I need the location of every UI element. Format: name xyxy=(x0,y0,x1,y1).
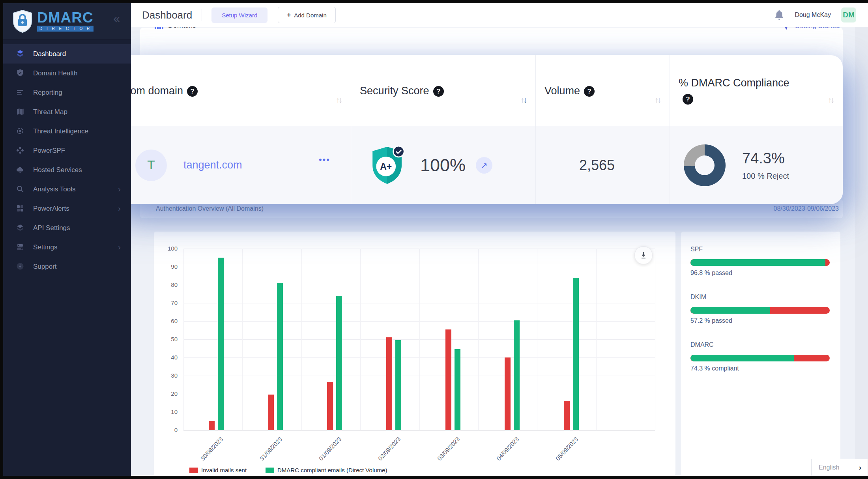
sidebar-item-analysis-tools[interactable]: Analysis Tools › xyxy=(3,180,131,199)
open-score-button[interactable]: ↗ xyxy=(476,157,492,174)
sort-icon[interactable]: ↑↓ xyxy=(336,95,341,105)
column-header-from-domain[interactable]: From domain? ↑↓ xyxy=(112,55,351,126)
gridline xyxy=(478,249,479,430)
grade-text: A+ xyxy=(380,161,392,172)
legend-item: Invalid mails sent xyxy=(189,467,247,473)
language-selector[interactable]: English › xyxy=(811,459,868,476)
top-bar: Dashboard Setup Wizard + Add Domain Doug… xyxy=(131,3,868,27)
sidebar-item-threat-map[interactable]: Threat Map xyxy=(3,102,131,122)
gridline xyxy=(537,249,537,430)
shield-check-icon xyxy=(16,69,25,78)
y-axis-tick: 20 xyxy=(154,390,178,397)
help-icon[interactable]: ? xyxy=(683,94,693,105)
sidebar: DMARC D I R E C T O R « Dashboard Domain… xyxy=(3,3,131,476)
column-header-volume[interactable]: Volume? ↑↓ xyxy=(536,55,670,126)
auth-overview-chart-card: 010203040506070809010030/08/202331/08/20… xyxy=(154,232,675,476)
volume-value: 2,565 xyxy=(579,157,615,174)
spf-metric: SPF 96.8 % passed xyxy=(690,246,830,277)
sidebar-item-reporting[interactable]: Reporting xyxy=(3,83,131,102)
brand-subtitle: D I R E C T O R xyxy=(37,26,94,32)
sidebar-item-domain-health[interactable]: Domain Health xyxy=(3,64,131,83)
date-range[interactable]: 08/30/2023-09/06/2023 xyxy=(774,205,839,212)
domain-avatar: T xyxy=(135,150,167,181)
bar-compliant xyxy=(455,349,460,430)
window-frame xyxy=(0,0,3,479)
column-header-dmarc-compliance[interactable]: % DMARC Compliance? ↑↓ xyxy=(670,55,843,126)
divider xyxy=(202,9,202,21)
sidebar-item-dashboard[interactable]: Dashboard xyxy=(3,44,131,64)
security-grade-shield-icon: A+ xyxy=(369,145,405,185)
column-header-security-score[interactable]: Security Score? ↑↓ xyxy=(351,55,536,126)
gridline xyxy=(596,249,597,430)
y-axis-tick: 10 xyxy=(154,408,178,415)
bar-compliant xyxy=(514,320,520,430)
gridline xyxy=(655,249,655,430)
target-icon xyxy=(16,127,25,136)
gridline xyxy=(242,249,243,430)
security-score-value: 100% xyxy=(420,155,466,176)
auth-summary-panel: SPF 96.8 % passed DKIM 57.2 % passed DMA… xyxy=(681,232,840,476)
window-frame xyxy=(0,476,868,479)
grid-icon xyxy=(16,204,25,213)
y-axis-tick: 40 xyxy=(154,354,178,361)
user-name[interactable]: Doug McKay xyxy=(795,11,831,19)
sort-icon[interactable]: ↑↓ xyxy=(828,95,833,105)
bar-compliant xyxy=(277,283,283,430)
legend-label: DMARC compliant emails (Direct Volume) xyxy=(277,467,387,473)
domains-card-header: Domains xyxy=(155,26,196,36)
gridline xyxy=(301,249,302,430)
sidebar-collapse-icon[interactable]: « xyxy=(113,13,120,24)
row-menu-icon[interactable]: ••• xyxy=(319,155,330,165)
domain-link[interactable]: tangent.com xyxy=(183,159,242,171)
domain-table-card: From domain? ↑↓ Security Score? ↑↓ Volum… xyxy=(112,55,843,204)
dmarc-dashboard-screen: DMARC D I R E C T O R « Dashboard Domain… xyxy=(0,0,868,479)
user-avatar[interactable]: DM xyxy=(841,7,856,22)
map-icon xyxy=(16,107,25,117)
sidebar-item-powerspf[interactable]: PowerSPF xyxy=(3,141,131,160)
sort-icon[interactable]: ↑↓ xyxy=(655,95,660,105)
sidebar-item-threat-intelligence[interactable]: Threat Intelligence xyxy=(3,122,131,141)
bar-compliant xyxy=(573,278,579,430)
legend-swatch xyxy=(189,468,198,473)
help-icon[interactable]: ? xyxy=(584,86,595,97)
sidebar-item-poweralerts[interactable]: PowerAlerts › xyxy=(3,199,131,218)
y-axis-tick: 0 xyxy=(154,427,178,433)
setup-wizard-button[interactable]: Setup Wizard xyxy=(211,7,268,23)
bar-compliant xyxy=(395,340,401,430)
sidebar-item-hosted-services[interactable]: Hosted Services xyxy=(3,160,131,180)
brand-name: DMARC xyxy=(37,11,94,25)
bar-invalid xyxy=(564,401,570,430)
bar-compliant xyxy=(218,258,224,430)
chevron-right-icon: › xyxy=(859,463,861,472)
dmarc-metric: DMARC 74.3 % compliant xyxy=(690,341,830,372)
bar-invalid xyxy=(268,395,274,430)
bar-compliant xyxy=(336,296,342,430)
notifications-bell-icon[interactable] xyxy=(774,9,784,21)
table-row: T tangent.com ••• A+ 100% ↗ 2,565 xyxy=(112,126,843,204)
chevron-right-icon: › xyxy=(118,243,121,252)
cloud-icon xyxy=(16,165,25,175)
compliance-percent: 74.3% xyxy=(742,150,789,167)
metric-caption: 74.3 % compliant xyxy=(690,365,830,372)
sidebar-item-api-settings[interactable]: API Settings xyxy=(3,218,131,238)
help-icon[interactable]: ? xyxy=(187,86,198,97)
help-icon[interactable]: ? xyxy=(433,86,444,97)
scrollbar-track[interactable] xyxy=(855,3,868,476)
dkim-progress-bar xyxy=(690,307,830,314)
x-axis-tick: 05/09/2023 xyxy=(542,436,579,475)
toggles-icon xyxy=(16,243,25,252)
bar-invalid xyxy=(327,382,333,430)
add-domain-button[interactable]: + Add Domain xyxy=(278,7,335,23)
spf-progress-bar xyxy=(690,259,830,266)
plus-icon: + xyxy=(287,11,291,19)
sort-icon[interactable]: ↑↓ xyxy=(520,95,526,105)
getting-started-link[interactable]: Getting Started xyxy=(780,26,840,36)
arrow-up-right-icon: ↗ xyxy=(481,161,488,170)
table-header-row: From domain? ↑↓ Security Score? ↑↓ Volum… xyxy=(112,55,843,126)
gridline xyxy=(183,249,184,430)
download-chart-button[interactable] xyxy=(634,246,653,264)
sidebar-item-support[interactable]: Support xyxy=(3,257,131,276)
y-axis-tick: 90 xyxy=(154,263,178,270)
report-lines-icon xyxy=(16,88,25,97)
sidebar-item-settings[interactable]: Settings › xyxy=(3,238,131,257)
